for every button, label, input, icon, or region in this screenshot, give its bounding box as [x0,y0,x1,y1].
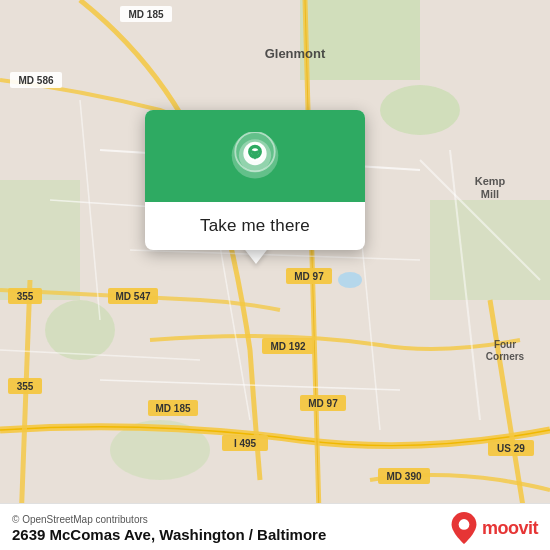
moovit-logo: moovit [450,512,538,544]
svg-point-1 [380,85,460,135]
moovit-pin-icon [450,512,478,544]
svg-rect-0 [300,0,420,80]
svg-text:MD 97: MD 97 [294,271,324,282]
svg-text:MD 185: MD 185 [155,403,190,414]
svg-text:355: 355 [17,381,34,392]
bottom-bar: © OpenStreetMap contributors 2639 McComa… [0,503,550,550]
svg-text:MD 586: MD 586 [18,75,53,86]
map-container: MD 185 MD 586 MD 97 MD 97 MD 547 MD 192 … [0,0,550,550]
address-line: 2639 McComas Ave, Washington / Baltimore [12,526,326,543]
svg-text:MD 192: MD 192 [270,341,305,352]
svg-text:US 29: US 29 [497,443,525,454]
svg-text:Mill: Mill [481,188,499,200]
svg-text:I 495: I 495 [234,438,257,449]
location-pin-icon [229,132,281,184]
svg-text:Kemp: Kemp [475,175,506,187]
popup-icon-area [145,110,365,202]
moovit-text: moovit [482,518,538,539]
map-attribution: © OpenStreetMap contributors [12,514,326,525]
bottom-left: © OpenStreetMap contributors 2639 McComa… [12,514,326,543]
svg-text:355: 355 [17,291,34,302]
svg-text:MD 97: MD 97 [308,398,338,409]
svg-text:Corners: Corners [486,351,525,362]
svg-text:MD 185: MD 185 [128,9,163,20]
svg-line-19 [130,250,420,260]
svg-text:MD 390: MD 390 [386,471,421,482]
svg-text:Four: Four [494,339,516,350]
svg-rect-4 [430,200,550,300]
svg-point-56 [459,519,470,530]
svg-text:MD 547: MD 547 [115,291,150,302]
svg-text:Glenmont: Glenmont [265,46,326,61]
svg-point-3 [45,300,115,360]
svg-point-6 [338,272,362,288]
map-svg: MD 185 MD 586 MD 97 MD 97 MD 547 MD 192 … [0,0,550,550]
take-me-there-button[interactable]: Take me there [145,202,365,250]
popup-card: Take me there [145,110,365,250]
svg-rect-2 [0,180,80,300]
svg-line-18 [80,100,100,320]
